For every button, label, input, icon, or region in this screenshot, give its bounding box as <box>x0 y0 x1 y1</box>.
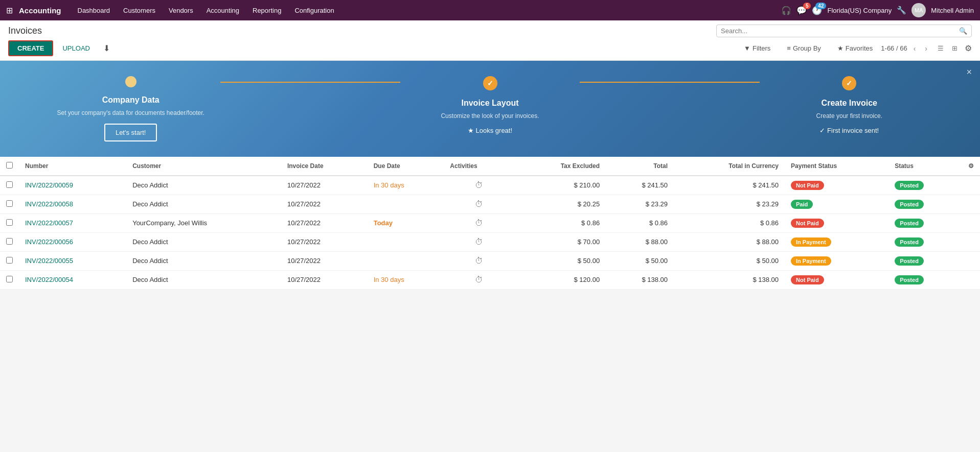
wrench-icon[interactable]: 🔧 <box>897 6 906 15</box>
row-due-date <box>368 232 444 251</box>
row-payment-status: Not Paid <box>785 270 888 289</box>
column-settings-icon[interactable]: ⚙ <box>965 43 972 53</box>
row-customer: YourCompany, Joel Willis <box>126 213 281 232</box>
col-invoice-date[interactable]: Invoice Date <box>281 157 368 176</box>
col-tax-excluded[interactable]: Tax Excluded <box>514 157 606 176</box>
activity-icon[interactable]: 🕐42 <box>812 6 822 15</box>
row-status: Posted <box>888 270 962 289</box>
row-checkbox-col <box>0 195 19 213</box>
row-settings <box>962 232 980 251</box>
company-name[interactable]: Florida(US) Company <box>827 7 892 14</box>
grid-menu-icon[interactable]: ⊞ <box>6 6 13 15</box>
col-customer[interactable]: Customer <box>126 157 281 176</box>
banner-close-button[interactable]: × <box>966 67 972 78</box>
row-status: Posted <box>888 176 962 195</box>
row-checkbox[interactable] <box>6 181 13 188</box>
nav-vendors[interactable]: Vendors <box>163 4 199 17</box>
step2-star-icon: ★ <box>468 127 474 134</box>
row-tax-excluded: $ 210.00 <box>514 176 606 195</box>
row-activities[interactable]: ⏱ <box>444 270 514 289</box>
nav-configuration[interactable]: Configuration <box>288 4 340 17</box>
col-settings[interactable]: ⚙ <box>962 157 980 176</box>
row-checkbox[interactable] <box>6 257 13 264</box>
next-page-button[interactable]: › <box>922 43 930 54</box>
upload-button[interactable]: UPLOAD <box>57 41 95 55</box>
row-number[interactable]: INV/2022/00054 <box>19 270 126 289</box>
favorites-button[interactable]: ★ Favorites <box>833 42 877 54</box>
step-create-invoice: ✓ Create Invoice Create your first invoi… <box>760 76 939 134</box>
table-row: INV/2022/00057 YourCompany, Joel Willis … <box>0 213 980 232</box>
table-row: INV/2022/00056 Deco Addict 10/27/2022 ⏱ … <box>0 232 980 251</box>
row-number[interactable]: INV/2022/00057 <box>19 213 126 232</box>
messages-icon[interactable]: 💬5 <box>796 6 807 15</box>
groupby-button[interactable]: ≡ Group By <box>783 42 825 54</box>
select-all-col <box>0 157 19 176</box>
step-connector-2 <box>580 82 759 83</box>
search-container: 🔍 <box>716 25 972 37</box>
nav-menu: Dashboard Customers Vendors Accounting R… <box>72 4 780 17</box>
row-activities[interactable]: ⏱ <box>444 176 514 195</box>
nav-accounting[interactable]: Accounting <box>200 4 245 17</box>
row-activities[interactable]: ⏱ <box>444 195 514 213</box>
list-view-button[interactable]: ☰ <box>935 42 947 54</box>
row-total-currency: $ 50.00 <box>674 251 785 270</box>
row-checkbox[interactable] <box>6 276 13 282</box>
select-all-checkbox[interactable] <box>6 162 13 169</box>
create-button[interactable]: CREATE <box>8 40 53 56</box>
row-customer: Deco Addict <box>126 195 281 213</box>
row-total-currency: $ 0.86 <box>674 213 785 232</box>
step1-action-button[interactable]: Let's start! <box>104 124 157 141</box>
row-total-currency: $ 241.50 <box>674 176 785 195</box>
groupby-label: Group By <box>793 44 821 52</box>
filters-button[interactable]: ▼ Filters <box>740 42 774 54</box>
row-number[interactable]: INV/2022/00058 <box>19 195 126 213</box>
user-name[interactable]: Mitchell Admin <box>931 7 974 14</box>
row-checkbox[interactable] <box>6 219 13 226</box>
kanban-view-button[interactable]: ⊞ <box>949 42 961 54</box>
table-row: INV/2022/00054 Deco Addict 10/27/2022 In… <box>0 270 980 289</box>
col-number[interactable]: Number <box>19 157 126 176</box>
row-total: $ 0.86 <box>606 213 674 232</box>
step3-circle: ✓ <box>842 76 856 90</box>
row-activities[interactable]: ⏱ <box>444 232 514 251</box>
download-button[interactable]: ⬇ <box>99 41 114 55</box>
col-due-date[interactable]: Due Date <box>368 157 444 176</box>
row-number[interactable]: INV/2022/00056 <box>19 232 126 251</box>
activity-badge: 42 <box>815 3 826 9</box>
row-checkbox[interactable] <box>6 238 13 245</box>
col-total-currency[interactable]: Total in Currency <box>674 157 785 176</box>
table-row: INV/2022/00059 Deco Addict 10/27/2022 In… <box>0 176 980 195</box>
step2-circle: ✓ <box>483 76 497 90</box>
row-tax-excluded: $ 50.00 <box>514 251 606 270</box>
row-total: $ 23.29 <box>606 195 674 213</box>
row-checkbox[interactable] <box>6 200 13 207</box>
row-number[interactable]: INV/2022/00055 <box>19 251 126 270</box>
nav-reporting[interactable]: Reporting <box>246 4 287 17</box>
page-title: Invoices <box>8 26 42 36</box>
col-payment-status[interactable]: Payment Status <box>785 157 888 176</box>
user-avatar[interactable]: MA <box>911 3 926 17</box>
row-activities[interactable]: ⏱ <box>444 213 514 232</box>
search-input[interactable] <box>721 27 959 35</box>
prev-page-button[interactable]: ‹ <box>910 43 919 54</box>
support-icon[interactable]: 🎧 <box>781 6 791 15</box>
groupby-icon: ≡ <box>787 44 791 52</box>
nav-customers[interactable]: Customers <box>117 4 162 17</box>
step3-action: ✓ First invoice sent! <box>819 127 879 134</box>
row-status: Posted <box>888 213 962 232</box>
nav-dashboard[interactable]: Dashboard <box>72 4 117 17</box>
search-icon[interactable]: 🔍 <box>959 27 967 35</box>
row-checkbox-col <box>0 213 19 232</box>
row-payment-status: Not Paid <box>785 176 888 195</box>
app-name[interactable]: Accounting <box>19 6 61 15</box>
row-total: $ 138.00 <box>606 270 674 289</box>
col-total[interactable]: Total <box>606 157 674 176</box>
row-activities[interactable]: ⏱ <box>444 251 514 270</box>
row-number[interactable]: INV/2022/00059 <box>19 176 126 195</box>
row-status: Posted <box>888 251 962 270</box>
col-activities[interactable]: Activities <box>444 157 514 176</box>
step2-desc: Customize the look of your invoices. <box>441 112 539 121</box>
nav-right: 🎧 💬5 🕐42 Florida(US) Company 🔧 MA Mitche… <box>781 3 974 17</box>
col-status[interactable]: Status <box>888 157 962 176</box>
step3-action-label: First invoice sent! <box>827 127 879 134</box>
